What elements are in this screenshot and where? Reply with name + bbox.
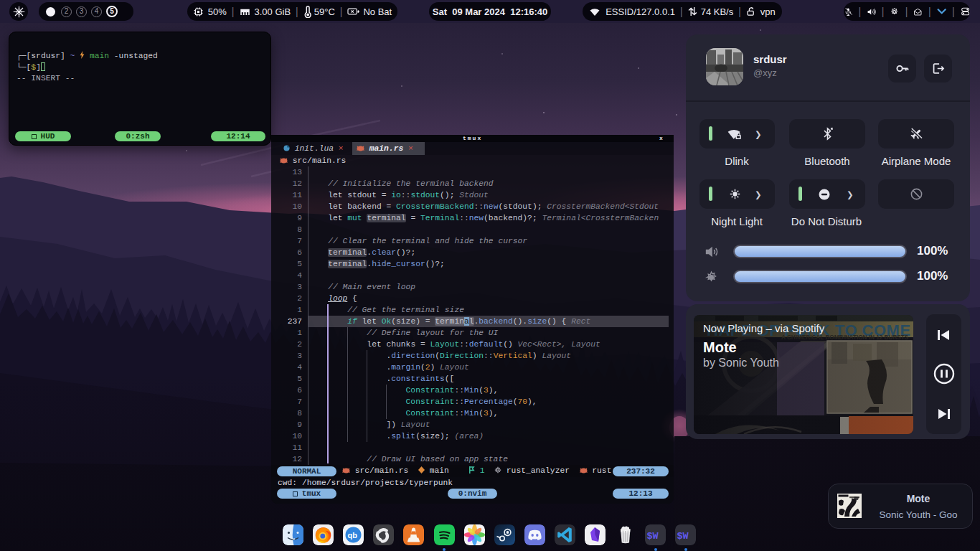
svg-text:$W: $W <box>677 531 689 542</box>
svg-text:$W: $W <box>647 531 659 542</box>
svg-text:qb: qb <box>348 531 358 540</box>
